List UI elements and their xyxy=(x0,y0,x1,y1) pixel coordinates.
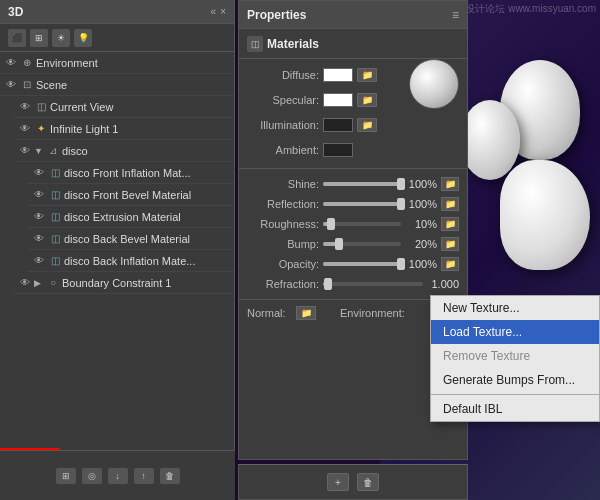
close-icon[interactable]: × xyxy=(220,6,226,17)
shine-folder-button[interactable]: 📁 xyxy=(441,177,459,191)
illumination-row: Illumination: 📁 xyxy=(247,115,459,135)
layer-label-infinite-light-1: Infinite Light 1 xyxy=(50,123,230,135)
bump-slider-thumb[interactable] xyxy=(335,238,343,250)
environment-label: Environment: xyxy=(340,307,405,319)
bottom-down-icon[interactable]: ↓ xyxy=(108,468,128,484)
layer-item-disco-back-inflation[interactable]: 👁 ◫ disco Back Inflation Mate... xyxy=(28,250,234,272)
toolbar-grid-icon[interactable]: ⊞ xyxy=(30,29,48,47)
specular-color-swatch[interactable] xyxy=(323,93,353,107)
properties-title: Properties xyxy=(247,8,306,22)
bump-folder-button[interactable]: 📁 xyxy=(441,237,459,251)
type-icon-dfin: ◫ xyxy=(48,167,62,178)
vis-icon-dfin[interactable]: 👁 xyxy=(32,167,46,178)
vis-icon-disco[interactable]: 👁 xyxy=(18,145,32,156)
reflection-folder-button[interactable]: 📁 xyxy=(441,197,459,211)
materials-tab-label[interactable]: Materials xyxy=(267,37,319,51)
layer-label-disco-front-bevel: disco Front Bevel Material xyxy=(64,189,230,201)
context-item-generate-bumps[interactable]: Generate Bumps From... xyxy=(431,368,599,392)
bottom-grid-icon[interactable]: ⊞ xyxy=(56,468,76,484)
diffuse-folder-button[interactable]: 📁 xyxy=(357,68,377,82)
ambient-color-swatch[interactable] xyxy=(323,143,353,157)
props-add-button[interactable]: + xyxy=(327,473,349,491)
props-delete-button[interactable]: 🗑 xyxy=(357,473,379,491)
shine-value: 100% xyxy=(405,178,437,190)
layer-label-disco: disco xyxy=(62,145,230,157)
context-item-load-texture[interactable]: Load Texture... xyxy=(431,320,599,344)
3d-object-2 xyxy=(460,100,520,180)
refraction-slider-track[interactable] xyxy=(323,282,423,286)
opacity-slider-thumb[interactable] xyxy=(397,258,405,270)
opacity-folder-button[interactable]: 📁 xyxy=(441,257,459,271)
panel-3d-header: 3D « × xyxy=(0,0,234,24)
roughness-row: Roughness: 10% 📁 xyxy=(247,215,459,233)
specular-label: Specular: xyxy=(247,94,319,106)
vis-icon-env[interactable]: 👁 xyxy=(4,57,18,68)
illumination-color-swatch[interactable] xyxy=(323,118,353,132)
normal-folder-button[interactable]: 📁 xyxy=(296,306,316,320)
shine-label: Shine: xyxy=(247,178,319,190)
vis-icon-dbbev[interactable]: 👁 xyxy=(32,233,46,244)
layer-item-disco-extrusion[interactable]: 👁 ◫ disco Extrusion Material xyxy=(28,206,234,228)
refraction-slider-thumb[interactable] xyxy=(324,278,332,290)
roughness-slider-thumb[interactable] xyxy=(327,218,335,230)
specular-folder-button[interactable]: 📁 xyxy=(357,93,377,107)
roughness-folder-button[interactable]: 📁 xyxy=(441,217,459,231)
toolbar-cube-icon[interactable]: ⬛ xyxy=(8,29,26,47)
bump-slider-track[interactable] xyxy=(323,242,401,246)
layer-item-disco-back-bevel[interactable]: 👁 ◫ disco Back Bevel Material xyxy=(28,228,234,250)
reflection-slider-fill xyxy=(323,202,401,206)
layer-label-disco-front-inflation: disco Front Inflation Mat... xyxy=(64,167,230,179)
3d-toolbar: ⬛ ⊞ ☀ 💡 xyxy=(0,24,234,52)
vis-icon-view[interactable]: 👁 xyxy=(18,101,32,112)
divider-1 xyxy=(239,168,467,169)
bottom-up-icon[interactable]: ↑ xyxy=(134,468,154,484)
expand-icon-disco[interactable]: ▼ xyxy=(34,146,44,156)
bump-value: 20% xyxy=(405,238,437,250)
layer-item-boundary[interactable]: 👁 ▶ ○ Boundary Constraint 1 xyxy=(14,272,234,294)
toolbar-bulb-icon[interactable]: 💡 xyxy=(74,29,92,47)
expand-icon-boundary[interactable]: ▶ xyxy=(34,278,44,288)
vis-icon-dfbev[interactable]: 👁 xyxy=(32,189,46,200)
roughness-label: Roughness: xyxy=(247,218,319,230)
layer-item-scene[interactable]: 👁 ⊡ Scene xyxy=(0,74,234,96)
layer-item-environment[interactable]: 👁 ⊕ Environment xyxy=(0,52,234,74)
properties-menu-icon[interactable]: ≡ xyxy=(452,8,459,22)
shine-slider-thumb[interactable] xyxy=(397,178,405,190)
reflection-slider-track[interactable] xyxy=(323,202,401,206)
vis-icon-scene[interactable]: 👁 xyxy=(4,79,18,90)
ambient-label: Ambient: xyxy=(247,144,319,156)
collapse-icon[interactable]: « xyxy=(211,6,217,17)
context-item-new-texture[interactable]: New Texture... xyxy=(431,296,599,320)
materials-tab-icon[interactable]: ◫ xyxy=(247,36,263,52)
reflection-value: 100% xyxy=(405,198,437,210)
layer-item-infinite-light-1[interactable]: 👁 ✦ Infinite Light 1 xyxy=(14,118,234,140)
opacity-slider-track[interactable] xyxy=(323,262,401,266)
vis-icon-dbin[interactable]: 👁 xyxy=(32,255,46,266)
illumination-label: Illumination: xyxy=(247,119,319,131)
context-item-default-ibl[interactable]: Default IBL xyxy=(431,397,599,421)
shine-slider-fill xyxy=(323,182,401,186)
diffuse-color-swatch[interactable] xyxy=(323,68,353,82)
vis-icon-boundary[interactable]: 👁 xyxy=(18,277,32,288)
layer-item-disco[interactable]: 👁 ▼ ⊿ disco xyxy=(14,140,234,162)
ambient-row: Ambient: xyxy=(247,140,459,160)
layer-item-current-view[interactable]: 👁 ◫ Current View xyxy=(14,96,234,118)
opacity-row: Opacity: 100% 📁 xyxy=(247,255,459,273)
shine-slider-track[interactable] xyxy=(323,182,401,186)
bottom-trash-icon[interactable]: 🗑 xyxy=(160,468,180,484)
layer-item-disco-front-inflation[interactable]: 👁 ◫ disco Front Inflation Mat... xyxy=(28,162,234,184)
type-icon-dbbev: ◫ xyxy=(48,233,62,244)
bottom-sphere-icon[interactable]: ◎ xyxy=(82,468,102,484)
layer-label-environment: Environment xyxy=(36,57,230,69)
toolbar-light-icon[interactable]: ☀ xyxy=(52,29,70,47)
reflection-slider-thumb[interactable] xyxy=(397,198,405,210)
type-icon-dext: ◫ xyxy=(48,211,62,222)
vis-icon-light1[interactable]: 👁 xyxy=(18,123,32,134)
illumination-folder-button[interactable]: 📁 xyxy=(357,118,377,132)
vis-icon-dext[interactable]: 👁 xyxy=(32,211,46,222)
3d-bottom-toolbar: ⊞ ◎ ↓ ↑ 🗑 xyxy=(0,450,235,500)
layer-label-disco-back-inflation: disco Back Inflation Mate... xyxy=(64,255,230,267)
layer-item-disco-front-bevel[interactable]: 👁 ◫ disco Front Bevel Material xyxy=(28,184,234,206)
roughness-slider-track[interactable] xyxy=(323,222,401,226)
sliders-section: Shine: 100% 📁 Reflection: 100% 📁 Roughne… xyxy=(239,171,467,297)
